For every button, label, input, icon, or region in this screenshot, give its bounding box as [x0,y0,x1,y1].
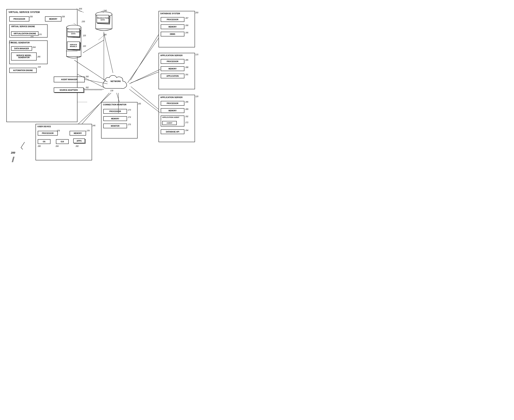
svg-line-24 [104,33,113,73]
source-adapters-ref: 262 [86,87,89,89]
user-device-ref: 245 [92,125,96,127]
remote-db-ref-bottom: 230 [104,34,107,36]
svg-line-36 [13,157,14,162]
ud-processor-box: PROCESSOR [38,131,58,135]
automation-engine-box: AUTOMATION ENGINE [9,68,37,73]
ref240-line [101,11,104,13]
app-top-application-ref: 291 [185,74,188,76]
conn-memory-box: MEMORY [103,116,127,121]
app-top-application-box: APPLICATION [161,74,184,78]
app-agent-outer-ref: 292 [185,115,188,118]
network-ref: 130 [110,90,113,92]
conn-monitor-label: CONNECTION MONITOR [103,104,127,106]
monitor-box: MONITOR [103,124,127,128]
app-top-memory-ref: 288 [185,66,188,68]
virtualization-engine-box: VIRTUALIZATION ENGINE [11,31,38,36]
ud-os-box: OS [38,139,51,144]
svg-line-26 [130,35,158,80]
diagram: 200 VIRTUAL SERVICE SYSTEM PROCESSOR 256… [0,0,219,179]
db-memory-ref: 290 [185,24,188,26]
ud-os-ref: 280 [38,145,41,147]
smg-box: SERVICE MODEL GENERATOR [11,52,37,60]
fig-ref-200 [9,155,16,165]
ud-apps-ref: 282 [76,145,79,147]
vse-ref: 215 [30,36,34,38]
ud-gui-ref: 284 [56,145,59,147]
app-top-memory-box: MEMORY [161,66,184,71]
db-memory-box: MEMORY [161,24,184,29]
service-models-ref: 220 [83,45,86,47]
svg-line-29 [117,93,119,102]
model-generator-ref: 210 [9,42,12,44]
app-server-bottom-box: APPLICATION SERVER 120 PROCESSOR 286 MEM… [158,95,195,142]
conn-processor-box: PROCESSOR [103,109,127,114]
dbms-ref: 295 [185,32,188,34]
transaction-data-local-ref: 225 [83,35,86,37]
user-device-box: USER DEVICE 245 PROCESSOR 276 MEMORY 278… [36,124,92,160]
app-top-processor-box: PROCESSOR [161,59,184,64]
svg-line-4 [129,69,160,84]
app-top-processor-ref: 285 [185,59,188,61]
app-server-top-box: APPLICATION SERVER 115 PROCESSOR 285 MEM… [158,53,195,89]
monitor-ref: 275 [128,124,131,126]
ud-processor-ref: 276 [57,130,60,132]
db-api-ref: 294 [185,129,188,131]
conn-monitor-ref: 255 [138,103,141,105]
app-bot-memory-box: MEMORY [161,108,184,113]
agent-manager-box: AGENT MANAGER [54,76,85,82]
app-bot-processor-box: PROCESSOR [161,101,184,106]
smg-ref: 266 [37,56,40,58]
db-system-ref: 250 [195,12,198,14]
svg-line-16 [76,8,79,10]
ud-memory-box: MEMORY [70,131,86,135]
agent-manager-ref: 260 [86,76,89,78]
db-system-label: DATABASE SYSTEM [160,12,180,15]
database-system-box: DATABASE SYSTEM 250 PROCESSOR 287 MEMORY… [158,11,195,47]
svg-line-3 [127,38,158,83]
ud-memory-ref: 278 [87,130,90,132]
svg-line-2 [83,40,104,53]
cylinder-ref: 235 [82,20,85,22]
virt-engine-ref: 270 [39,34,42,36]
remote-db-cylinder: TRANSACTION DATA [95,11,113,33]
vse-label: VIRTUAL SERVICE ENGINE [11,25,35,28]
svg-line-15 [21,148,23,150]
svg-line-21 [101,11,104,13]
vss-memory-ref: 258 [62,16,65,18]
db-api-box: DATABASE API [161,129,184,134]
db-processor-box: PROCESSOR [161,17,184,22]
vss-memory-box: MEMORY [45,16,61,22]
app-server-top-ref: 115 [195,53,198,56]
vss-ref-line [76,8,80,11]
service-models-box: SERVICE MODELS [67,42,81,51]
app-agent-ref: 272 [185,121,188,124]
svg-line-25 [98,35,104,40]
cloud-svg [101,73,130,93]
data-manager-ref: 264 [33,46,36,48]
vss-label: VIRTUAL SERVICE SYSTEM [8,11,40,14]
source-adapters-box: SOURCE ADAPTERS [54,88,85,93]
network-cloud: NETWORK 130 [101,73,130,93]
app-bot-processor-ref: 286 [185,101,188,103]
app-agent-outer-box: APPLICATION AGENT AGENT [161,115,184,127]
app-server-top-label: APPLICATION SERVER [160,54,183,56]
connection-monitor-box: CONNECTION MONITOR 255 PROCESSOR 273 MEM… [101,102,138,138]
transaction-data-local-box: TRANSACTION DATA [67,29,81,38]
dbms-box: DBMS [161,32,184,37]
conn-memory-ref: 274 [128,116,131,118]
db-processor-ref: 287 [185,17,188,19]
figure-ref: 200 [11,151,15,154]
ud-apps-box: APPS [73,138,86,144]
app-server-bottom-ref: 120 [195,96,198,98]
data-manager-box: DATA MANAGER [11,46,32,51]
model-generator-outer: MODEL GENERATOR DATA MANAGER 264 SERVICE… [9,40,48,64]
automation-engine-ref: 218 [38,66,41,68]
model-generator-label: MODEL GENERATOR [11,42,30,44]
user-device-label: USER DEVICE [37,125,51,128]
app-bot-agent-box: AGENT [162,121,177,125]
app-agent-label: APPLICATION AGENT [162,116,179,118]
svg-line-37 [12,157,14,162]
svg-line-14 [21,142,25,148]
ud-gui-box: GUI [56,139,69,144]
network-label: NETWORK [101,80,130,82]
